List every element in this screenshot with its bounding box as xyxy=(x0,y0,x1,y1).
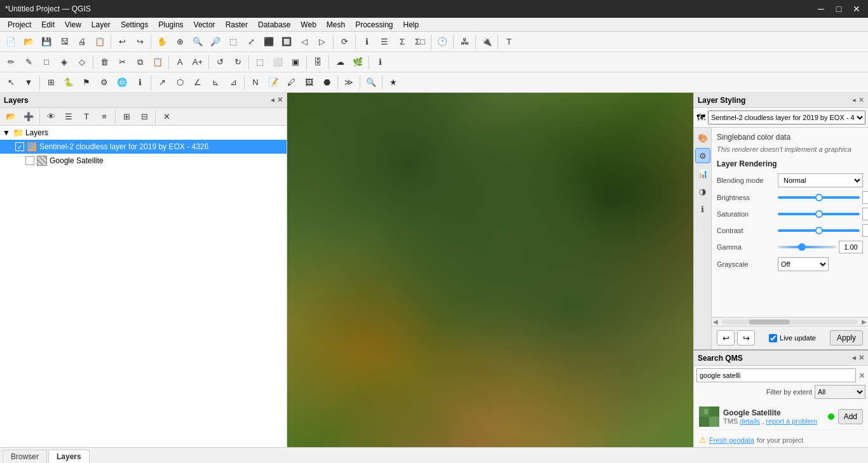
paste-btn[interactable]: 📋 xyxy=(149,54,166,70)
gamma-value[interactable] xyxy=(839,241,863,253)
style-render-icon[interactable]: ⚙ xyxy=(695,148,710,163)
search-qms-clear-button[interactable]: ✕ xyxy=(858,371,865,380)
close-button[interactable]: ✕ xyxy=(850,4,863,14)
styling-layer-dropdown[interactable]: Sentinel-2 cloudless layer for 2019 by E… xyxy=(708,111,865,124)
search-qms-close-button[interactable]: ✕ xyxy=(858,354,864,362)
zoom-in-button[interactable]: 🔍 xyxy=(189,34,206,50)
zoom-layer-button[interactable]: ⬛ xyxy=(261,34,277,50)
style-info-icon[interactable]: ℹ xyxy=(695,201,710,217)
style-undo-button[interactable]: ↩ xyxy=(717,330,735,346)
save-project-button[interactable]: 💾 xyxy=(38,34,55,50)
new-project-button[interactable]: 📄 xyxy=(3,34,19,50)
identify-button[interactable]: ℹ xyxy=(358,34,375,50)
filter-select[interactable]: All Extent xyxy=(815,385,865,399)
menu-raster[interactable]: Raster xyxy=(220,19,253,30)
styling-collapse-button[interactable]: ◂ xyxy=(852,96,856,104)
tab-browser[interactable]: Browser xyxy=(3,450,47,463)
zoom-next-button[interactable]: ▷ xyxy=(314,34,330,50)
save-as-button[interactable]: 🖫 xyxy=(56,34,72,50)
more-btn[interactable]: ≫ xyxy=(341,74,357,91)
measure-3d-btn[interactable]: ⊿ xyxy=(225,74,241,91)
temporal-button[interactable]: 🕐 xyxy=(434,34,451,50)
copy-btn[interactable]: ⧉ xyxy=(132,54,148,70)
map-tips-btn[interactable]: ⚑ xyxy=(78,74,95,91)
gamma-slider[interactable] xyxy=(778,246,836,248)
feature-count-btn[interactable]: N xyxy=(247,74,264,91)
layer-sentinel2[interactable]: ✓ Sentinel-2 cloudless layer for 2019 by… xyxy=(0,140,287,154)
qgis-server-button[interactable]: 🖧 xyxy=(456,34,473,50)
menu-edit[interactable]: Edit xyxy=(36,19,60,30)
fresh-geodata-link[interactable]: Fresh geodata xyxy=(709,436,754,444)
filter-layers-button[interactable]: ☰ xyxy=(60,109,77,125)
python-btn[interactable]: 🐍 xyxy=(60,74,77,91)
measure-btn[interactable]: ↗ xyxy=(154,74,170,91)
attr-table-button[interactable]: ☰ xyxy=(376,34,393,50)
minimize-button[interactable]: ─ xyxy=(815,4,827,14)
filter-text-button[interactable]: T xyxy=(78,109,95,125)
menu-help[interactable]: Help xyxy=(398,19,424,30)
select-feature-btn[interactable]: ↖ xyxy=(3,74,19,91)
print-layout-button[interactable]: 🖨 xyxy=(74,34,90,50)
pan-to-selection-button[interactable]: ⊕ xyxy=(172,34,188,50)
layers-panel-collapse-button[interactable]: ◂ xyxy=(271,96,275,104)
brightness-value[interactable] xyxy=(862,191,868,204)
collapse-all-button[interactable]: ⊟ xyxy=(136,109,153,125)
measure-angle-btn[interactable]: ∠ xyxy=(189,74,206,91)
measure-bearing-btn[interactable]: ⊾ xyxy=(207,74,224,91)
qms-problem-link[interactable]: report a problem xyxy=(766,417,817,425)
edit-btn[interactable]: ✎ xyxy=(20,54,37,70)
qgis-cloud-btn[interactable]: ☁ xyxy=(332,54,348,70)
search-qms-collapse-button[interactable]: ◂ xyxy=(852,354,856,362)
redo-button[interactable]: ↪ xyxy=(132,34,148,50)
html-anno-btn[interactable]: ⬣ xyxy=(318,74,335,91)
open-layer-file-button[interactable]: 📂 xyxy=(3,109,19,125)
node-btn[interactable]: ◈ xyxy=(56,54,72,70)
menu-database[interactable]: Database xyxy=(253,19,295,30)
menu-processing[interactable]: Processing xyxy=(350,19,398,30)
menu-plugins[interactable]: Plugins xyxy=(153,19,188,30)
rubber-band-button[interactable]: ⬚ xyxy=(225,34,241,50)
field-calc-button[interactable]: Σ□ xyxy=(412,34,428,50)
print-manager-button[interactable]: 📋 xyxy=(92,34,108,50)
map-area[interactable] xyxy=(287,93,693,447)
bookmark-btn[interactable]: ★ xyxy=(385,74,402,91)
qms-add-button[interactable]: Add xyxy=(838,409,863,424)
zoom-full-button[interactable]: ⤢ xyxy=(243,34,259,50)
hscroll-right-button[interactable]: ▶ xyxy=(860,318,868,325)
saturation-slider[interactable] xyxy=(778,213,860,215)
svg-anno-btn[interactable]: 🖼 xyxy=(301,74,317,91)
info-btn[interactable]: ℹ xyxy=(372,54,388,70)
grayscale-select[interactable]: Off By lightness By luminosity By averag… xyxy=(778,257,829,271)
zoom-last-button[interactable]: ◁ xyxy=(296,34,313,50)
live-update-checkbox[interactable] xyxy=(769,334,777,342)
zoom-out-button[interactable]: 🔎 xyxy=(207,34,224,50)
cut-btn[interactable]: ✂ xyxy=(114,54,130,70)
digitize-btn[interactable]: ✏ xyxy=(3,54,19,70)
statistics-button[interactable]: Σ xyxy=(394,34,410,50)
select-all-btn[interactable]: ⬚ xyxy=(252,54,268,70)
open-layer-btn[interactable]: 🌐 xyxy=(114,74,130,91)
search-qms-input[interactable] xyxy=(696,368,856,382)
style-histogram-icon[interactable]: 📊 xyxy=(695,166,710,181)
menu-web[interactable]: Web xyxy=(295,19,321,30)
delete-btn[interactable]: 🗑 xyxy=(96,54,112,70)
saturation-value[interactable] xyxy=(862,208,868,220)
hscrollbar-thumb[interactable] xyxy=(749,319,790,325)
contrast-value[interactable] xyxy=(862,224,868,237)
layers-panel-close-button[interactable]: ✕ xyxy=(277,96,283,104)
label2-btn[interactable]: A+ xyxy=(189,54,206,70)
layer-order-button[interactable]: ≡ xyxy=(96,109,112,125)
select-rect-btn[interactable]: ▣ xyxy=(287,54,304,70)
redo-edit-btn[interactable]: ↻ xyxy=(229,54,246,70)
undo-button[interactable]: ↩ xyxy=(114,34,130,50)
remove-layer-button[interactable]: ✕ xyxy=(158,109,175,125)
layer-google-satellite[interactable]: Google Satellite xyxy=(0,154,287,168)
styling-close-button[interactable]: ✕ xyxy=(858,96,864,104)
new-layer-btn[interactable]: ℹ xyxy=(132,74,148,91)
refresh-button[interactable]: ⟳ xyxy=(336,34,353,50)
text-button[interactable]: T xyxy=(501,34,517,50)
menu-project[interactable]: Project xyxy=(3,19,36,30)
label-btn[interactable]: A xyxy=(172,54,188,70)
contrast-slider[interactable] xyxy=(778,229,860,232)
select-btn[interactable]: □ xyxy=(38,54,55,70)
